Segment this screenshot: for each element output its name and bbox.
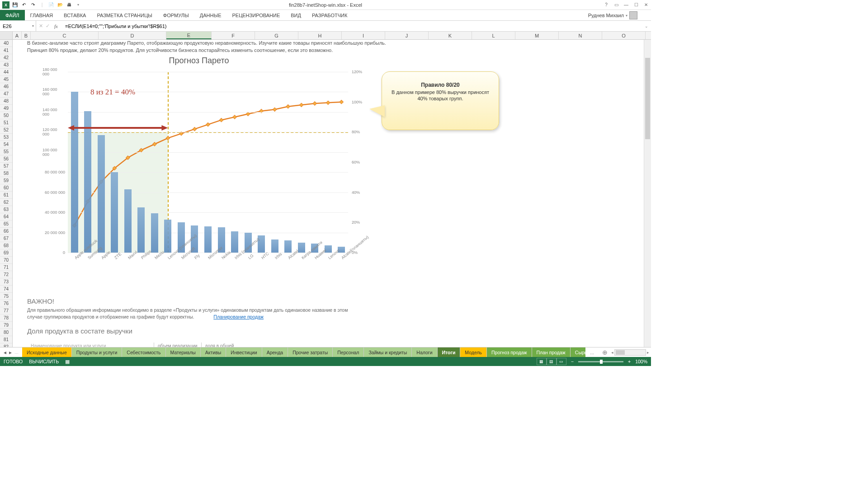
row-header-68[interactable]: 68 [0, 242, 12, 249]
formula-enter-icon[interactable]: ✓ [46, 23, 50, 29]
row-header-46[interactable]: 46 [0, 83, 12, 90]
row-header-73[interactable]: 73 [0, 278, 12, 286]
sheet-tab-План-продаж[interactable]: План продаж [532, 347, 571, 357]
row-header-60[interactable]: 60 [0, 184, 12, 192]
minimize-button[interactable]: — [623, 2, 629, 8]
row-header-81[interactable]: 81 [0, 336, 12, 343]
macro-record-icon[interactable]: ▦ [65, 359, 70, 364]
row-header-72[interactable]: 72 [0, 271, 12, 278]
row-header-43[interactable]: 43 [0, 61, 12, 69]
planning-link[interactable]: Планирование продаж [213, 314, 264, 319]
zoom-slider[interactable] [578, 361, 623, 362]
hscroll-right-icon[interactable]: ▸ [647, 350, 649, 355]
save-icon[interactable]: 💾 [11, 1, 19, 9]
formula-input[interactable] [62, 21, 642, 31]
row-header-58[interactable]: 58 [0, 170, 12, 177]
name-box[interactable]: E26 [0, 21, 36, 31]
row-header-62[interactable]: 62 [0, 199, 12, 206]
row-header-48[interactable]: 48 [0, 98, 12, 105]
row-header-52[interactable]: 52 [0, 127, 12, 134]
col-header-C[interactable]: C [31, 32, 99, 39]
qat-more-icon[interactable]: ▾ [74, 1, 82, 9]
user-name[interactable]: Руднев Михаил [588, 13, 624, 18]
redo-icon[interactable]: ↷ [29, 1, 37, 9]
sheet-tab-Модель[interactable]: Модель [460, 347, 487, 357]
maximize-button[interactable]: ☐ [633, 2, 639, 8]
view-normal-icon[interactable]: ▦ [537, 358, 547, 365]
ribbon-tab-рецензирование[interactable]: РЕЦЕНЗИРОВАНИЕ [226, 10, 285, 20]
row-header-47[interactable]: 47 [0, 90, 12, 98]
worksheet-grid[interactable]: 4041424344454647484950515253545556575859… [0, 40, 651, 347]
col-header-F[interactable]: F [212, 32, 255, 39]
sheet-tab-Итоги[interactable]: Итоги [438, 347, 461, 357]
sheet-tab-Продукты-и-услуги[interactable]: Продукты и услуги [72, 347, 123, 357]
row-header-61[interactable]: 61 [0, 192, 12, 199]
vscroll-thumb[interactable] [645, 58, 650, 139]
new-icon[interactable]: 📄 [47, 1, 55, 9]
row-header-51[interactable]: 51 [0, 119, 12, 127]
row-header-54[interactable]: 54 [0, 141, 12, 148]
row-header-56[interactable]: 56 [0, 155, 12, 163]
col-header-O[interactable]: O [602, 32, 646, 39]
ribbon-tab-вид[interactable]: ВИД [285, 10, 307, 20]
col-header-D[interactable]: D [99, 32, 166, 39]
row-header-78[interactable]: 78 [0, 314, 12, 322]
quickprint-icon[interactable]: 🖶 [65, 1, 73, 9]
row-header-69[interactable]: 69 [0, 249, 12, 257]
row-header-42[interactable]: 42 [0, 54, 12, 61]
row-header-79[interactable]: 79 [0, 322, 12, 329]
sheet-tab-Сырье-и[interactable]: Сырье и [571, 347, 585, 357]
row-header-45[interactable]: 45 [0, 76, 12, 83]
ribbon-help-icon[interactable]: ? [603, 2, 609, 8]
ribbon-display-options-icon[interactable]: ▭ [613, 2, 619, 8]
col-header-A[interactable]: A [13, 32, 22, 39]
col-header-N[interactable]: N [559, 32, 602, 39]
sheet-tab-Налоги[interactable]: Налоги [412, 347, 437, 357]
sheet-overflow[interactable]: ... [585, 347, 599, 357]
user-menu-chevron-icon[interactable]: ▾ [626, 14, 627, 18]
row-header-53[interactable]: 53 [0, 134, 12, 141]
sheet-next-icon[interactable]: ▸ [9, 349, 12, 356]
row-header-65[interactable]: 65 [0, 221, 12, 228]
row-header-50[interactable]: 50 [0, 112, 12, 119]
sheet-tab-Материалы[interactable]: Материалы [166, 347, 201, 357]
row-header-80[interactable]: 80 [0, 329, 12, 336]
ribbon-tab-данные[interactable]: ДАННЫЕ [194, 10, 227, 20]
col-header-M[interactable]: M [515, 32, 559, 39]
row-header-41[interactable]: 41 [0, 47, 12, 54]
row-header-44[interactable]: 44 [0, 69, 12, 76]
row-header-66[interactable]: 66 [0, 228, 12, 235]
formula-expand-icon[interactable]: ⌄ [642, 21, 651, 31]
col-header-J[interactable]: J [385, 32, 429, 39]
zoom-in-icon[interactable]: + [628, 359, 631, 364]
sheet-tab-Персонал[interactable]: Персонал [333, 347, 364, 357]
sheet-tab-Займы-и-кредиты[interactable]: Займы и кредиты [364, 347, 412, 357]
excel-app-icon[interactable]: X [2, 1, 10, 9]
sheet-tab-Исходные-данные[interactable]: Исходные данные [22, 347, 72, 357]
fx-icon[interactable]: fx [52, 23, 60, 29]
select-all-corner[interactable] [0, 32, 13, 39]
open-icon[interactable]: 📂 [56, 1, 64, 9]
col-header-G[interactable]: G [255, 32, 298, 39]
status-calc[interactable]: ВЫЧИСЛИТЬ [29, 359, 59, 364]
horizontal-scrollbar[interactable] [614, 349, 646, 356]
col-header-L[interactable]: L [472, 32, 515, 39]
user-avatar[interactable] [629, 11, 637, 19]
sheet-nav-more[interactable]: … [14, 350, 19, 355]
hscroll-thumb[interactable] [616, 350, 625, 355]
row-header-55[interactable]: 55 [0, 148, 12, 155]
col-header-H[interactable]: H [298, 32, 342, 39]
row-header-76[interactable]: 76 [0, 300, 12, 307]
ribbon-tab-главная[interactable]: ГЛАВНАЯ [25, 10, 58, 20]
sheet-tab-Прочие-затраты[interactable]: Прочие затраты [288, 347, 333, 357]
hscroll-left-icon[interactable]: ◂ [611, 350, 613, 355]
row-header-74[interactable]: 74 [0, 286, 12, 293]
row-header-71[interactable]: 71 [0, 264, 12, 271]
col-header-B[interactable]: B [22, 32, 31, 39]
row-header-40[interactable]: 40 [0, 40, 12, 47]
sheet-tab-Аренда[interactable]: Аренда [262, 347, 288, 357]
row-header-75[interactable]: 75 [0, 293, 12, 300]
ribbon-tab-формулы[interactable]: ФОРМУЛЫ [158, 10, 194, 20]
row-header-77[interactable]: 77 [0, 307, 12, 314]
rule-callout[interactable]: Правило 80/20 В данном примере 80% выруч… [382, 71, 499, 130]
